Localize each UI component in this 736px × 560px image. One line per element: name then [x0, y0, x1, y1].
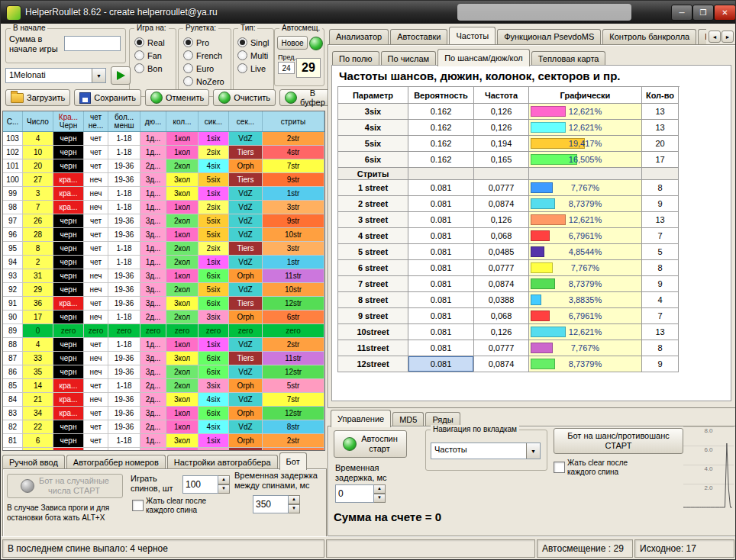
freq-param-cell[interactable]: 3 street	[338, 212, 408, 228]
tab-scroll-left-button[interactable]: ◄	[709, 31, 721, 43]
freq-bar-cell[interactable]: 7,767%	[529, 180, 642, 196]
play-button[interactable]	[111, 66, 131, 85]
history-row[interactable]: 94 2 черн чет 1-18 1д... 2кол 1six VdZ 1…	[3, 256, 324, 269]
freq-param-cell[interactable]: 5 street	[338, 244, 408, 260]
freq-value-cell[interactable]: 0,068	[474, 308, 529, 324]
spin-down-icon[interactable]: ▼	[374, 494, 386, 503]
freq-param-cell[interactable]: 6six	[338, 152, 408, 168]
freq-bar-cell[interactable]: 16,505%	[529, 152, 642, 168]
preset-combobox[interactable]: 1Melonati ▼	[5, 68, 106, 83]
spin-down-icon[interactable]: ▼	[218, 484, 230, 494]
control-tab[interactable]: MD5	[392, 412, 424, 427]
freq-prob-cell[interactable]: 0.081	[408, 292, 474, 308]
history-row[interactable]: 96 28 черн чет 19-36 3д... 1кол 5six VdZ…	[3, 228, 324, 242]
freq-value-cell[interactable]: 0,0874	[474, 196, 529, 212]
freq-count-cell[interactable]: 17	[642, 152, 679, 168]
freq-value-cell[interactable]: 0,0874	[474, 356, 529, 372]
freq-prob-cell[interactable]: 0.081	[408, 180, 474, 196]
toolbar-button[interactable]: Загрузить	[5, 89, 70, 106]
freq-count-cell[interactable]: 9	[642, 356, 679, 372]
freq-count-cell[interactable]: 8	[642, 180, 679, 196]
analyzer-tab[interactable]: Контроль банкролла	[602, 29, 696, 44]
freq-bar-cell[interactable]: 4,8544%	[529, 244, 642, 260]
maximize-button[interactable]: ❐	[692, 5, 714, 21]
freq-value-cell[interactable]: 0,0388	[474, 292, 529, 308]
freq-value-cell[interactable]: 0,0777	[474, 260, 529, 276]
history-row[interactable]: 82 22 черн чет 19-36 2д... 1кол 4six VdZ…	[3, 420, 324, 434]
freq-bar-cell[interactable]: 6,7961%	[529, 308, 642, 324]
history-row[interactable]: 80 16 кра... чет 1-18 2д... 1кол 3six Ti…	[3, 448, 324, 451]
close-button[interactable]: ✕	[714, 5, 736, 21]
type-radio-option[interactable]: Live	[237, 62, 269, 75]
toolbar-button[interactable]: Отменить	[145, 89, 209, 106]
freq-prob-cell[interactable]: 0.081	[408, 356, 474, 372]
roulette-radio-option[interactable]: NoZero	[183, 75, 224, 88]
freq-param-cell[interactable]: 9 street	[338, 308, 408, 324]
freq-param-cell[interactable]: 3six	[338, 104, 408, 120]
freq-param-cell[interactable]: 5six	[338, 136, 408, 152]
spins-count-input[interactable]	[182, 475, 218, 494]
freq-param-cell[interactable]: 10street	[338, 324, 408, 340]
bot-tab[interactable]: Автограббер номеров	[66, 455, 166, 470]
freq-value-cell[interactable]: 0,194	[474, 136, 529, 152]
history-row[interactable]: 86 35 черн неч 19-36 3д... 2кол 6six VdZ…	[3, 365, 324, 379]
spin-delay-input[interactable]	[253, 495, 289, 513]
freq-count-cell[interactable]: 13	[642, 324, 679, 340]
freq-prob-cell[interactable]: 0.081	[408, 244, 474, 260]
analyzer-tab[interactable]: Частоты	[449, 27, 496, 44]
freq-bar-cell[interactable]: 12,621%	[529, 104, 642, 120]
bot-tab[interactable]: Бот	[279, 452, 307, 470]
freq-bar-cell[interactable]: 7,767%	[529, 340, 642, 356]
freq-value-cell[interactable]: 0,126	[474, 212, 529, 228]
freq-bar-cell[interactable]: 7,767%	[529, 260, 642, 276]
tab-navigation-combobox[interactable]: Частоты ▼	[431, 443, 541, 459]
spin-up-icon[interactable]: ▲	[289, 495, 300, 504]
minimize-button[interactable]: ─	[671, 5, 692, 21]
history-row[interactable]: 91 36 кра... чет 19-36 3д... 3кол 6six T…	[3, 297, 324, 311]
bot-tab[interactable]: Ручной ввод	[2, 455, 65, 470]
freq-bar-cell[interactable]: 12,621%	[529, 120, 642, 136]
freq-bar-cell[interactable]: 6,7961%	[529, 228, 642, 244]
chevron-down-icon[interactable]: ▼	[526, 443, 540, 459]
freq-count-cell[interactable]: 7	[642, 228, 679, 244]
freq-prob-cell[interactable]: 0.162	[408, 120, 474, 136]
freq-count-cell[interactable]: 9	[642, 196, 679, 212]
control-tab[interactable]: Управление	[331, 410, 391, 427]
clear-after-spin-checkbox-right[interactable]	[554, 462, 565, 473]
history-row[interactable]: 89 0 zero zero zero zero zero zero zero …	[3, 324, 324, 338]
freq-prob-cell[interactable]: 0.081	[408, 228, 474, 244]
start-sum-input[interactable]	[64, 36, 121, 51]
clear-after-spin-checkbox[interactable]	[132, 500, 144, 511]
frequencies-subtab[interactable]: Тепловая карта	[531, 51, 606, 66]
freq-value-cell[interactable]: 0,0874	[474, 276, 529, 292]
freq-bar-cell[interactable]: 8,7379%	[529, 276, 642, 292]
freq-param-cell[interactable]: 1 street	[338, 180, 408, 196]
history-row[interactable]: 93 31 черн неч 19-36 3д... 1кол 6six Orp…	[3, 269, 324, 283]
freq-param-cell[interactable]: 7 street	[338, 276, 408, 292]
analyzer-tab[interactable]: Анализатор	[329, 29, 389, 44]
game-radio-option[interactable]: Bon	[134, 62, 165, 75]
history-row[interactable]: 87 33 черн неч 19-36 3д... 3кол 6six Tie…	[3, 352, 324, 365]
chance-bot-start-button[interactable]: Бот на шанс/противошанс СТАРТ	[554, 428, 683, 454]
frequencies-subtab[interactable]: По полю	[332, 51, 379, 66]
history-row[interactable]: 97 26 черн чет 19-36 3д... 2кол 5six VdZ…	[3, 214, 324, 228]
freq-param-cell[interactable]: 11street	[338, 340, 408, 356]
freq-value-cell[interactable]: 0,126	[474, 104, 529, 120]
autospin-start-button[interactable]: Автоспин старт	[334, 430, 407, 458]
history-row[interactable]: 100 27 кра... неч 19-36 3д... 3кол 5six …	[3, 173, 324, 187]
random-bot-start-button[interactable]: Бот на случайные числа СТАРТ	[7, 474, 123, 498]
toolbar-button[interactable]: Очистить	[213, 89, 276, 106]
freq-bar-cell[interactable]: 12,621%	[529, 212, 642, 228]
freq-prob-cell[interactable]: 0.162	[408, 104, 474, 120]
freq-value-cell[interactable]: 0,0485	[474, 244, 529, 260]
freq-prob-cell[interactable]: 0.081	[408, 196, 474, 212]
freq-param-cell[interactable]: 12street	[338, 356, 408, 372]
history-row[interactable]: 84 21 кра... неч 19-36 2д... 3кол 4six V…	[3, 393, 324, 407]
history-row[interactable]: 99 3 кра... неч 1-18 1д... 3кол 1six VdZ…	[3, 187, 324, 201]
freq-bar-cell[interactable]: 8,7379%	[529, 356, 642, 372]
type-radio-option[interactable]: Singl	[237, 36, 269, 49]
freq-count-cell[interactable]: 13	[642, 120, 679, 136]
history-row[interactable]: 98 7 кра... неч 1-18 1д... 1кол 2six VdZ…	[3, 201, 324, 214]
freq-param-cell[interactable]: 6 street	[338, 260, 408, 276]
freq-value-cell[interactable]: 0,0777	[474, 180, 529, 196]
